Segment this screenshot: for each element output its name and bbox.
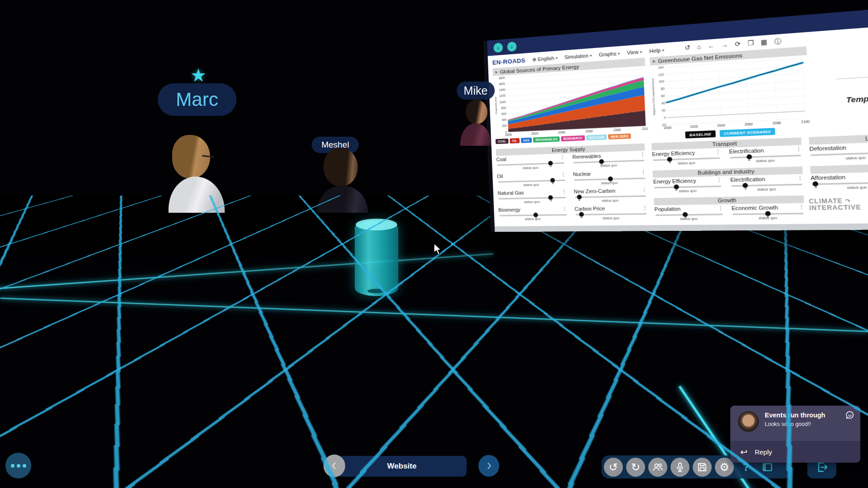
- slider-energy-efficiency: Energy Efficiency⋮status quo: [652, 149, 721, 169]
- avatar-head: [323, 148, 358, 187]
- play-icon[interactable]: ▶: [653, 59, 656, 63]
- microphone-button[interactable]: [670, 458, 690, 477]
- svg-text:1200: 1200: [499, 94, 506, 98]
- avatar-meshel: [317, 147, 370, 213]
- nav-previous-button[interactable]: [323, 455, 345, 477]
- kebab-menu-icon[interactable]: ⋮: [715, 149, 721, 156]
- slider-label: Electrification: [730, 176, 765, 183]
- climate-interactive-logo: CLIMATE ↷INTERACTIVE: [809, 197, 861, 212]
- environment-nav-bar[interactable]: Website: [337, 456, 467, 477]
- slider-status: status quo: [497, 182, 566, 188]
- scenario-current-scenario[interactable]: CURRENT SCENARIO: [719, 128, 775, 137]
- chat-message-card[interactable]: Events run through Looks sooo good!!: [730, 406, 860, 441]
- chat-bubble-icon[interactable]: [845, 410, 855, 420]
- scenario-baseline[interactable]: BASELINE: [685, 130, 715, 139]
- slider-bioenergy: Bioenergy⋮status quo: [498, 206, 568, 224]
- slider-afforestation: Afforestation⋮status quo: [810, 172, 868, 194]
- kebab-menu-icon[interactable]: ⋮: [717, 177, 722, 183]
- svg-text:1000: 1000: [499, 100, 506, 104]
- slider-track[interactable]: [499, 214, 566, 216]
- slider-handle[interactable]: [577, 195, 582, 200]
- slider-group-transport-buildings-growth: TransportEnergy Efficiency⋮status quoEle…: [651, 136, 805, 224]
- legend-renewables[interactable]: RENEWABLES: [533, 136, 560, 143]
- slider-handle[interactable]: [674, 185, 679, 190]
- legend-coal[interactable]: COAL: [496, 139, 509, 144]
- refresh-icon[interactable]: ⟳: [735, 40, 741, 49]
- svg-text:2080: 2080: [772, 121, 781, 125]
- kebab-menu-icon[interactable]: ⋮: [641, 187, 646, 193]
- line-chart: -200204060801001201402000202020402060208…: [650, 55, 810, 132]
- avatar-body: [460, 123, 491, 146]
- slider-status: status quo: [655, 216, 723, 221]
- screen-forward-button[interactable]: ›: [507, 41, 517, 52]
- mouse-cursor: [433, 244, 443, 255]
- kebab-menu-icon[interactable]: ⋮: [796, 146, 802, 153]
- slider-label: Nuclear: [573, 171, 591, 178]
- language-menu[interactable]: ⊕ English ▾: [532, 55, 558, 62]
- slider-label: Afforestation: [810, 174, 845, 182]
- slider-track[interactable]: [656, 214, 722, 216]
- legend-new-zero[interactable]: NEW ZERO: [608, 134, 631, 140]
- chat-message: Looks sooo good!!: [765, 421, 811, 427]
- table-icon[interactable]: ▦: [761, 38, 767, 48]
- kebab-menu-icon[interactable]: ⋮: [562, 206, 567, 212]
- kebab-menu-icon[interactable]: ⋮: [799, 204, 805, 211]
- legend-oil[interactable]: OIL: [510, 138, 520, 144]
- kebab-menu-icon[interactable]: ⋮: [641, 169, 646, 176]
- kebab-menu-icon[interactable]: ⋮: [718, 205, 723, 211]
- legend-nuclear[interactable]: NUCLEAR: [586, 134, 607, 140]
- slider-status: status quo: [498, 199, 567, 205]
- slider-renewables: Renewables⋮status quo: [572, 152, 646, 172]
- svg-text:2080: 2080: [613, 128, 621, 132]
- menu-item-help[interactable]: Help▾: [649, 47, 664, 54]
- screen-back-button[interactable]: ‹: [493, 43, 503, 53]
- kebab-menu-icon[interactable]: ⋮: [866, 32, 868, 39]
- svg-text:2000: 2000: [505, 133, 512, 137]
- slider-handle[interactable]: [746, 154, 752, 159]
- legend-bioenergy[interactable]: BIOENERGY: [561, 135, 585, 142]
- nametag-marc: Marc: [158, 83, 236, 116]
- legend-gas[interactable]: GAS: [521, 138, 532, 143]
- slider-label: Natural Gas: [497, 190, 524, 196]
- menu-item-graphs[interactable]: Graphs▾: [599, 50, 620, 57]
- slider-electrification: Electrification⋮status quo: [729, 146, 802, 167]
- slider-label: Renewables: [572, 153, 601, 160]
- play-icon[interactable]: ▶: [495, 70, 498, 74]
- slider-status: status quo: [654, 188, 723, 194]
- slider-group-land-and-carbon: Land and Industry EmissionsDeforestation…: [809, 128, 868, 223]
- more-options-button[interactable]: [5, 453, 31, 478]
- kebab-menu-icon[interactable]: ⋮: [642, 205, 647, 211]
- svg-text:140: 140: [658, 66, 664, 69]
- menu-item-simulation[interactable]: Simulation▾: [564, 53, 592, 60]
- slider-handle[interactable]: [599, 159, 604, 164]
- forward-arrow-icon[interactable]: →: [721, 41, 728, 51]
- undo-icon[interactable]: ↺: [685, 44, 690, 53]
- save-button[interactable]: [693, 458, 712, 477]
- slider-track[interactable]: [576, 213, 647, 215]
- teleport-cylinder[interactable]: [355, 220, 398, 296]
- home-icon[interactable]: ⌂: [697, 43, 701, 52]
- info-icon[interactable]: ⓘ: [774, 37, 781, 47]
- back-arrow-icon[interactable]: ←: [708, 42, 715, 52]
- kebab-menu-icon[interactable]: ⋮: [562, 189, 567, 195]
- chat-reply-bar[interactable]: ↩ Reply: [730, 441, 860, 463]
- slider-track[interactable]: [733, 213, 804, 215]
- svg-text:2020: 2020: [690, 125, 698, 129]
- slider-handle[interactable]: [765, 211, 770, 216]
- undo-button[interactable]: ↺: [604, 458, 623, 477]
- kebab-menu-icon[interactable]: ⋮: [560, 154, 565, 161]
- kebab-menu-icon[interactable]: ⋮: [797, 175, 803, 182]
- nav-next-button[interactable]: [478, 455, 499, 477]
- enroads-virtual-screen[interactable]: ‹› EN-ROADS ⊕ English ▾ Simulation▾Graph…: [483, 0, 868, 232]
- slider-nuclear: Nuclear⋮status quo: [573, 169, 647, 189]
- slider-handle[interactable]: [579, 212, 584, 217]
- primary-energy-chart-panel: ▶ Global Sources of Primary Energy 02004…: [492, 57, 648, 146]
- fullscreen-icon[interactable]: ❐: [747, 39, 754, 48]
- redo-button[interactable]: ↻: [626, 458, 645, 477]
- people-button[interactable]: [648, 458, 667, 477]
- kebab-menu-icon[interactable]: ⋮: [561, 172, 566, 178]
- section-header: Growth: [654, 196, 804, 206]
- kebab-menu-icon[interactable]: ⋮: [640, 152, 645, 158]
- slider-track[interactable]: [812, 182, 868, 185]
- menu-item-view[interactable]: View▾: [627, 49, 642, 56]
